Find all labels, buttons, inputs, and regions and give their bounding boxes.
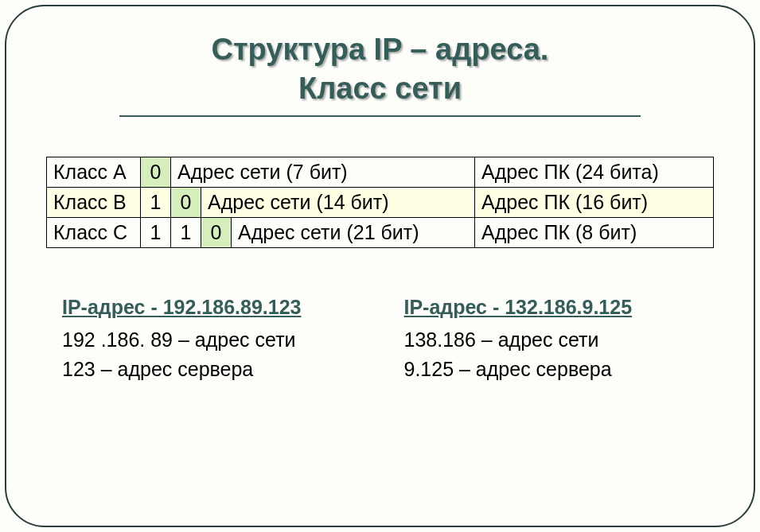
example-2-host: 9.125 – адрес сервера [404, 358, 699, 381]
class-c-bit2: 0 [201, 217, 232, 247]
title-line-2: Класс сети [298, 72, 462, 105]
slide-content: Структура IP – адреса. Класс сети Класс … [6, 6, 754, 411]
table-row-class-c: Класс С 1 1 0 Адрес сети (21 бит) Адрес … [47, 217, 714, 247]
example-2: IP-адрес - 132.186.9.125 138.186 – адрес… [404, 296, 699, 387]
class-c-net: Адрес сети (21 бит) [232, 217, 475, 247]
example-1-net: 192 .186. 89 – адрес сети [62, 328, 357, 351]
title-underline [119, 115, 640, 117]
example-2-net: 138.186 – адрес сети [404, 328, 699, 351]
title-line-1: Структура IP – адреса. [212, 33, 549, 66]
slide-title: Структура IP – адреса. Класс сети [46, 30, 714, 109]
class-b-bit0: 1 [141, 187, 171, 217]
slide-frame: Структура IP – адреса. Класс сети Класс … [5, 5, 755, 527]
example-1-host: 123 – адрес сервера [62, 358, 357, 381]
example-1: IP-адрес - 192.186.89.123 192 .186. 89 –… [62, 296, 357, 387]
ip-class-table: Класс А 0 Адрес сети (7 бит) Адрес ПК (2… [46, 157, 714, 248]
title-block: Структура IP – адреса. Класс сети [46, 30, 714, 117]
table-row-class-a: Класс А 0 Адрес сети (7 бит) Адрес ПК (2… [47, 157, 714, 187]
class-a-host: Адрес ПК (24 бита) [475, 157, 714, 187]
class-c-bit1: 1 [171, 217, 201, 247]
class-a-bit0: 0 [141, 157, 171, 187]
class-b-net: Адрес сети (14 бит) [201, 187, 475, 217]
class-c-host: Адрес ПК (8 бит) [475, 217, 714, 247]
class-c-bit0: 1 [141, 217, 171, 247]
class-a-net: Адрес сети (7 бит) [171, 157, 475, 187]
class-b-host: Адрес ПК (16 бит) [475, 187, 714, 217]
example-1-header: IP-адрес - 192.186.89.123 [62, 296, 357, 319]
example-2-header: IP-адрес - 132.186.9.125 [404, 296, 699, 319]
class-a-label: Класс А [47, 157, 141, 187]
table-row-class-b: Класс В 1 0 Адрес сети (14 бит) Адрес ПК… [47, 187, 714, 217]
class-b-bit1: 0 [171, 187, 201, 217]
class-b-label: Класс В [47, 187, 141, 217]
examples-row: IP-адрес - 192.186.89.123 192 .186. 89 –… [46, 296, 714, 387]
class-c-label: Класс С [47, 217, 141, 247]
